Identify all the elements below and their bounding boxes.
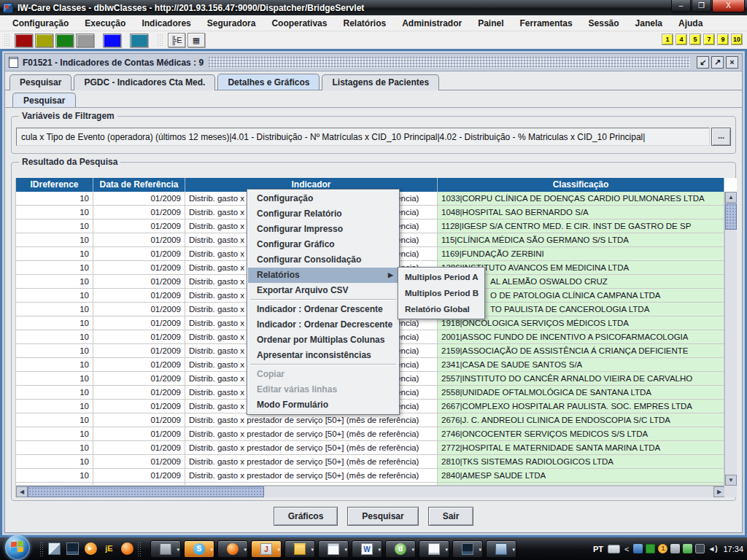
tool-button-olive[interactable] [35, 34, 53, 47]
close-button[interactable]: X [712, 0, 745, 12]
menu-sessão[interactable]: Sessão [581, 18, 627, 28]
pesquisar-button[interactable]: Pesquisar [347, 507, 418, 526]
gráficos-button[interactable]: Gráficos [274, 507, 338, 526]
tool-button-blue[interactable] [103, 34, 121, 47]
context-item-apresentar-inconsist-ncias[interactable]: Apresentar inconsistências [248, 348, 398, 363]
context-item-modo-formul-rio[interactable]: Modo Formulário [248, 397, 398, 413]
menu-cooperativas[interactable]: Cooperativas [263, 18, 335, 28]
taskbar-button-skype[interactable]: S▾ [184, 540, 214, 558]
taskbar-button-dreamweaver[interactable]: d▾ [385, 540, 416, 558]
menu-execução[interactable]: Execução [77, 18, 133, 28]
table-row[interactable]: 1001/2009Distrib. gasto x prestador de s… [16, 413, 737, 427]
context-item-relat-rios[interactable]: Relatórios▶ [248, 268, 398, 283]
toolbar-grip-2[interactable] [157, 34, 163, 47]
frame-minimize-button[interactable]: ↙ [697, 56, 709, 69]
column-header-0[interactable]: IDreference [16, 178, 93, 192]
tool-button-red[interactable] [15, 34, 33, 47]
tab-listagens-de-pacientes[interactable]: Listagens de Pacientes [322, 74, 439, 90]
column-header-1[interactable]: Data de Referência [93, 178, 185, 192]
window-badge-7[interactable]: 7 [704, 34, 714, 44]
context-item-configurar-consolida-o[interactable]: Configurar Consolidação [248, 252, 398, 268]
context-item-configurar-impresso[interactable]: Configurar Impresso [248, 222, 398, 237]
restore-button[interactable]: ❐ [692, 0, 711, 12]
vertical-scroll-thumb[interactable] [725, 203, 737, 230]
horizontal-scrollbar[interactable]: ◀ ▶ [16, 486, 737, 497]
submenu-item-multiplos-period-a[interactable]: Multiplos Period A [399, 269, 484, 285]
context-item-indicador-ordenar-decrescente[interactable]: Indicador : Ordenar Decrescente [248, 317, 398, 332]
power-tray-icon[interactable] [683, 544, 692, 553]
menu-seguradora[interactable]: Seguradora [199, 18, 264, 28]
taskbar-button-word-doc[interactable]: W▾ [352, 540, 382, 558]
frame-maximize-button[interactable]: ↗ [711, 56, 724, 69]
sair-button[interactable]: Sair [428, 507, 474, 526]
context-item-exportar-arquivo-csv[interactable]: Exportar Arquivo CSV [248, 283, 398, 298]
table-row[interactable]: 1001/2009Distrib. gasto x prestador de s… [16, 427, 737, 441]
menu-ajuda[interactable]: Ajuda [670, 18, 711, 28]
tab-detalhes-e-gr-ficos[interactable]: Detalhes e Gráficos [217, 74, 320, 90]
tool-button-gray[interactable] [76, 34, 94, 47]
window-badge-4[interactable]: 4 [676, 34, 686, 44]
horizontal-scroll-thumb[interactable] [28, 486, 264, 497]
keyboard-icon[interactable] [608, 545, 620, 553]
table-row[interactable]: 1001/2009Distrib. gasto x prestador de s… [16, 455, 737, 469]
context-item-ordenar-por-m-ltiplas-colunas[interactable]: Ordenar por Múltiplas Colunas [248, 332, 398, 348]
show-desktop-icon[interactable] [48, 542, 61, 555]
submenu-item-relat-rio-global[interactable]: Relatório Global [399, 301, 484, 317]
scroll-right-button[interactable]: ▶ [713, 486, 725, 497]
taskbar-button-paint[interactable]: ▾ [150, 540, 181, 558]
vertical-scrollbar[interactable]: ▲ ▼ [724, 192, 737, 486]
start-button[interactable] [5, 535, 30, 560]
taskbar-button-java[interactable]: J▾ [251, 540, 282, 558]
language-indicator[interactable]: PT [593, 545, 603, 553]
menu-relatórios[interactable]: Relatórios [335, 18, 394, 28]
tool-button-teal[interactable] [130, 34, 148, 47]
taskbar-button-folder[interactable]: ▾ [285, 540, 315, 558]
scroll-left-button[interactable]: ◀ [16, 486, 28, 497]
taskbar-button-remote-desktop[interactable]: ▾ [452, 540, 483, 558]
tray-collapse-arrow[interactable]: < [624, 545, 629, 553]
volume-tray-icon[interactable]: ◄) [708, 544, 717, 553]
tool-button-green[interactable] [55, 34, 74, 47]
scroll-up-button[interactable]: ▲ [725, 192, 737, 203]
menu-configuração[interactable]: Configuração [4, 18, 77, 28]
media-player-icon[interactable] [85, 542, 97, 555]
tab-pgdc-indicadores-cta-med-[interactable]: PGDC - Indicadores Cta Med. [74, 74, 215, 90]
taskbar-button-explorer[interactable]: ▾ [486, 540, 516, 558]
menu-ferramentas[interactable]: Ferramentas [512, 18, 581, 28]
menu-administrador[interactable]: Administrador [394, 18, 470, 28]
taskbar-button-firefox[interactable]: ▾ [217, 540, 248, 558]
internal-frame-titlebar[interactable]: F01521 - Indicadores de Contas Médicas :… [5, 54, 742, 71]
window-badge-5[interactable]: 5 [690, 34, 700, 44]
taskbar-clock[interactable]: 17:34 [723, 545, 743, 553]
taskbar-button-notepad[interactable]: ▾ [318, 540, 349, 558]
filter-variables-field[interactable]: cula x Tipo de Evento (operadora) (últim… [16, 128, 710, 146]
submenu-item-multiplos-period-b[interactable]: Multiplos Period B [399, 285, 484, 301]
context-item-configurar-relat-rio[interactable]: Configurar Relatório [248, 206, 398, 222]
table-row[interactable]: 1001/2009Distrib. gasto x prestador de s… [16, 469, 737, 483]
window-badge-1[interactable]: 1 [662, 34, 673, 44]
browse-button[interactable]: ... [711, 128, 731, 146]
jedit-icon[interactable]: jE [103, 542, 115, 555]
tree-view-button[interactable]: ╠E [168, 33, 185, 47]
window-badge-9[interactable]: 9 [718, 34, 728, 44]
window-badge-10[interactable]: 10 [732, 34, 742, 44]
tab-pesquisar[interactable]: Pesquisar [9, 74, 71, 90]
toolbar-grip[interactable] [4, 34, 10, 47]
menu-painel[interactable]: Painel [470, 18, 511, 28]
trophy-gray-tray-icon[interactable] [670, 544, 680, 553]
menu-janela[interactable]: Janela [627, 18, 670, 28]
app-blue-tray-icon[interactable] [633, 544, 643, 553]
window-grid-button[interactable]: ▦ [187, 33, 205, 47]
table-row[interactable]: 1001/2009Distrib. gasto x prestador de s… [16, 441, 737, 455]
remote-desktop-icon[interactable] [66, 542, 79, 555]
network-tray-icon[interactable] [695, 544, 705, 553]
scroll-down-button[interactable]: ▼ [725, 475, 737, 486]
context-item-configurar-gr-fico[interactable]: Configurar Gráfico [248, 237, 398, 252]
context-item-indicador-ordenar-crescente[interactable]: Indicador : Ordenar Crescente [248, 302, 398, 317]
coin-orange-tray-icon[interactable]: 1 [658, 544, 667, 553]
tab-pesquisar-sub[interactable]: Pesquisar [12, 93, 76, 107]
minimize-button[interactable]: – [671, 0, 691, 12]
taskbar-button-text-file[interactable]: ▾ [419, 540, 449, 558]
grid-green-tray-icon[interactable] [646, 544, 655, 553]
firefox-icon[interactable] [121, 542, 133, 555]
